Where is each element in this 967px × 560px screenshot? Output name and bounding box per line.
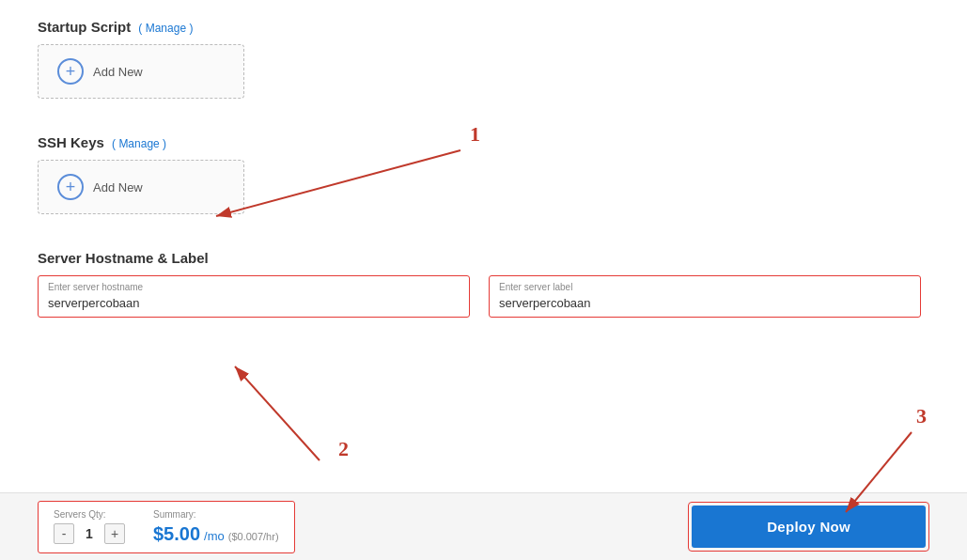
ssh-keys-title: SSH Keys ( Manage ) [38, 134, 929, 150]
startup-script-title: Startup Script ( Manage ) [38, 19, 929, 35]
ssh-keys-manage-link[interactable]: ( Manage ) [112, 137, 166, 150]
annotation-3: 3 [916, 404, 927, 428]
hostname-input-group[interactable]: Enter server hostname serverpercobaan [38, 275, 470, 318]
annotation-1: 1 [470, 122, 480, 147]
ssh-keys-add-new-label: Add New [93, 180, 143, 194]
servers-qty-label: Servers Qty: [54, 509, 125, 520]
server-hostname-title: Server Hostname & Label [38, 250, 929, 266]
svg-line-2 [235, 366, 320, 460]
startup-script-add-new-label: Add New [93, 65, 143, 79]
label-input-value: serverpercobaan [499, 296, 591, 310]
startup-script-manage-link[interactable]: ( Manage ) [138, 22, 193, 35]
qty-value: 1 [82, 526, 97, 541]
ssh-keys-plus-icon: + [57, 174, 84, 200]
price-per: /mo [204, 529, 225, 543]
annotation-2: 2 [338, 437, 349, 461]
label-input-label: Enter server label [499, 282, 911, 292]
label-input-group[interactable]: Enter server label serverpercobaan [489, 275, 921, 318]
price-hourly: ($0.007/hr) [228, 531, 279, 542]
hostname-input-value: serverpercobaan [48, 296, 140, 310]
server-hostname-section: Server Hostname & Label Enter server hos… [38, 250, 929, 318]
summary-group: Summary: $5.00 /mo ($0.007/hr) [153, 509, 279, 545]
qty-controls: - 1 + [54, 523, 125, 544]
deploy-btn-wrapper: Deploy Now [688, 502, 929, 552]
bottom-bar: Servers Qty: - 1 + Summary: $5.00 /mo ($… [0, 492, 967, 560]
startup-script-plus-icon: + [57, 58, 84, 85]
hostname-input-label: Enter server hostname [48, 282, 460, 292]
qty-plus-button[interactable]: + [104, 523, 125, 544]
servers-qty-summary-group: Servers Qty: - 1 + Summary: $5.00 /mo ($… [38, 501, 295, 553]
ssh-keys-add-new-card[interactable]: + Add New [38, 160, 244, 214]
servers-qty-group: Servers Qty: - 1 + [54, 509, 125, 544]
qty-minus-button[interactable]: - [54, 523, 74, 544]
deploy-now-button[interactable]: Deploy Now [692, 506, 926, 548]
bottom-right: Deploy Now [688, 502, 929, 552]
price-main: $5.00 [153, 523, 200, 545]
startup-script-add-new-card[interactable]: + Add New [38, 44, 244, 99]
summary-label: Summary: [153, 509, 279, 520]
summary-price: $5.00 /mo ($0.007/hr) [153, 523, 279, 545]
